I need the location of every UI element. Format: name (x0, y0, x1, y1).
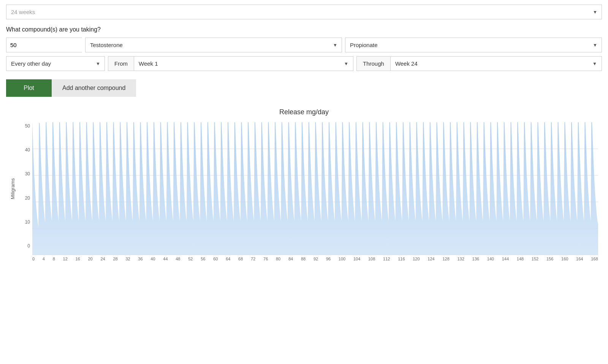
y-axis-label: Miligrams (10, 122, 16, 255)
chart-title: Release mg/day (10, 108, 598, 116)
x-tick-32: 32 (125, 257, 130, 261)
x-tick-48: 48 (176, 257, 180, 261)
buttons-row: Plot Add another compound (6, 79, 602, 97)
x-tick-56: 56 (201, 257, 205, 261)
chart-svg (32, 122, 598, 255)
x-tick-12: 12 (63, 257, 68, 261)
x-tick-96: 96 (326, 257, 331, 261)
x-tick-80: 80 (276, 257, 280, 261)
through-group: Through Week 1Week 2Week 3Week 4Week 5We… (356, 56, 602, 71)
x-tick-144: 144 (502, 257, 509, 261)
x-tick-108: 108 (368, 257, 375, 261)
duration-select-wrap: 12 weeks16 weeks20 weeks24 weeks36 weeks… (6, 5, 602, 19)
ester-select-wrap: PropionateEnanthateCypionateUndecanoateP… (345, 38, 602, 52)
x-tick-112: 112 (383, 257, 390, 261)
y-tick-30: 30 (17, 172, 32, 176)
x-tick-140: 140 (487, 257, 494, 261)
y-tick-50: 50 (17, 124, 32, 128)
x-tick-164: 164 (576, 257, 583, 261)
x-tick-36: 36 (138, 257, 142, 261)
hormone-select[interactable]: TestosteroneBoldenoneNandroloneTrenbolon… (85, 38, 342, 52)
x-tick-52: 52 (188, 257, 193, 261)
x-tick-156: 156 (546, 257, 553, 261)
x-tick-136: 136 (472, 257, 479, 261)
plot-button[interactable]: Plot (6, 79, 52, 97)
chart-inner: 0 10 20 30 40 50 (17, 122, 598, 261)
x-tick-68: 68 (238, 257, 243, 261)
y-tick-40: 40 (17, 148, 32, 152)
x-tick-16: 16 (76, 257, 80, 261)
y-axis: 0 10 20 30 40 50 (17, 122, 32, 250)
dose-input[interactable] (6, 38, 86, 52)
x-tick-40: 40 (150, 257, 155, 261)
x-tick-124: 124 (428, 257, 434, 261)
x-tick-24: 24 (100, 257, 105, 261)
x-tick-4: 4 (43, 257, 45, 261)
x-tick-28: 28 (113, 257, 117, 261)
from-label: From (108, 57, 134, 71)
x-tick-92: 92 (314, 257, 318, 261)
x-tick-0: 0 (32, 257, 35, 261)
through-select-wrap: Week 1Week 2Week 3Week 4Week 5Week 6Week… (391, 57, 602, 71)
chart-plot (32, 122, 598, 255)
x-tick-44: 44 (163, 257, 168, 261)
x-axis-row: 0481216202428323640444852566064687276808… (32, 255, 598, 261)
duration-select[interactable]: 12 weeks16 weeks20 weeks24 weeks36 weeks… (6, 5, 602, 19)
x-tick-64: 64 (226, 257, 230, 261)
x-tick-84: 84 (288, 257, 293, 261)
through-select[interactable]: Week 1Week 2Week 3Week 4Week 5Week 6Week… (391, 57, 602, 71)
x-tick-104: 104 (353, 257, 360, 261)
x-tick-76: 76 (263, 257, 268, 261)
x-tick-8: 8 (53, 257, 55, 261)
y-tick-0: 0 (17, 244, 32, 248)
y-tick-10: 10 (17, 220, 32, 224)
x-tick-160: 160 (561, 257, 568, 261)
frequency-select[interactable]: Every dayEvery other dayTwice a weekOnce… (6, 56, 105, 71)
add-compound-button[interactable]: Add another compound (52, 79, 136, 97)
dose-group: mg (6, 38, 82, 52)
compounds-label: What compound(s) are you taking? (6, 26, 602, 33)
from-group: From Week 1Week 2Week 3Week 4Week 5Week … (108, 56, 353, 71)
x-tick-88: 88 (301, 257, 306, 261)
compound-row: mg TestosteroneBoldenoneNandroloneTrenbo… (6, 38, 602, 52)
x-tick-152: 152 (532, 257, 538, 261)
duration-row: 12 weeks16 weeks20 weeks24 weeks36 weeks… (6, 5, 602, 19)
from-select[interactable]: Week 1Week 2Week 3Week 4Week 5Week 6Week… (134, 57, 353, 71)
from-select-wrap: Week 1Week 2Week 3Week 4Week 5Week 6Week… (134, 57, 353, 71)
x-tick-116: 116 (398, 257, 405, 261)
hormone-select-wrap: TestosteroneBoldenoneNandroloneTrenbolon… (85, 38, 342, 52)
x-tick-128: 128 (442, 257, 449, 261)
x-tick-100: 100 (339, 257, 345, 261)
x-tick-120: 120 (413, 257, 420, 261)
x-tick-168: 168 (591, 257, 598, 261)
x-tick-148: 148 (517, 257, 524, 261)
chart-wrap: Miligrams 0 10 20 30 40 50 (10, 122, 598, 261)
frequency-select-wrap: Every dayEvery other dayTwice a weekOnce… (6, 56, 105, 71)
y-tick-20: 20 (17, 196, 32, 200)
through-label: Through (357, 57, 391, 71)
x-tick-20: 20 (88, 257, 92, 261)
frequency-row: Every dayEvery other dayTwice a weekOnce… (6, 56, 602, 71)
chart-container: Release mg/day Miligrams 0 10 20 30 40 5… (6, 108, 602, 261)
x-tick-60: 60 (213, 257, 218, 261)
x-tick-132: 132 (457, 257, 464, 261)
ester-select[interactable]: PropionateEnanthateCypionateUndecanoateP… (345, 38, 602, 52)
x-tick-72: 72 (251, 257, 255, 261)
